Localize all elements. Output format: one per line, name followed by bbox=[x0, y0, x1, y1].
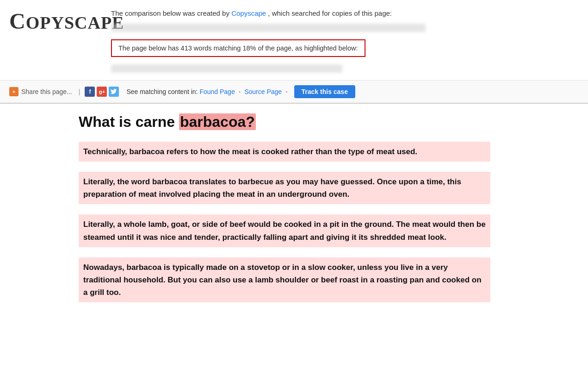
share-page-link[interactable]: Share this page... bbox=[21, 88, 72, 95]
paragraph-2: Literally, the word barbacoa translates … bbox=[79, 172, 490, 204]
paragraph-3: Literally, a whole lamb, goat, or side o… bbox=[79, 214, 490, 247]
copyscape-logo: COPYSCAPE bbox=[9, 8, 102, 34]
content-area: The comparison below was created by Copy… bbox=[111, 8, 579, 75]
dash-separator-1: - bbox=[239, 88, 241, 95]
dash-separator-2: - bbox=[285, 88, 288, 95]
track-case-button[interactable]: Track this case bbox=[294, 85, 355, 98]
copyscape-link[interactable]: Copyscape bbox=[231, 9, 266, 17]
facebook-icon[interactable]: f bbox=[85, 87, 95, 97]
header-section: COPYSCAPE The comparison below was creat… bbox=[0, 0, 588, 80]
match-notification-text: The page below has 413 words matching 18… bbox=[118, 44, 358, 52]
twitter-svg bbox=[111, 89, 117, 94]
share-divider: | bbox=[79, 88, 80, 95]
share-plus-icon: + bbox=[9, 87, 19, 96]
source-page-link[interactable]: Source Page bbox=[244, 88, 282, 95]
main-content: What is carne barbacoa? Technically, bar… bbox=[0, 104, 509, 331]
paragraph-4: Nowadays, barbacoa is typically made on … bbox=[79, 257, 490, 303]
googleplus-icon[interactable]: g+ bbox=[97, 87, 107, 97]
share-bar: + Share this page... | f g+ See matching… bbox=[0, 80, 588, 104]
svg-text:g+: g+ bbox=[99, 89, 105, 94]
gplus-svg: g+ bbox=[99, 88, 105, 95]
paragraph-1-text: Technically, barbacoa refers to how the … bbox=[83, 145, 486, 158]
share-section: + Share this page... bbox=[9, 87, 72, 96]
comparison-description: The comparison below was created by Copy… bbox=[111, 8, 579, 19]
paragraph-4-text: Nowadays, barbacoa is typically made on … bbox=[83, 261, 486, 299]
match-notification-box: The page below has 413 words matching 18… bbox=[111, 39, 365, 57]
title-highlight: barbacoa? bbox=[179, 113, 256, 130]
found-page-link[interactable]: Found Page bbox=[199, 88, 235, 95]
paragraph-1: Technically, barbacoa refers to how the … bbox=[79, 142, 490, 162]
see-matching-section: See matching content in: Found Page - So… bbox=[126, 85, 355, 98]
logo-area: COPYSCAPE bbox=[9, 8, 102, 34]
paragraph-2-text: Literally, the word barbacoa translates … bbox=[83, 175, 486, 200]
blur-bar-2 bbox=[111, 64, 342, 73]
twitter-icon[interactable] bbox=[109, 87, 119, 97]
article-title: What is carne barbacoa? bbox=[79, 113, 490, 131]
paragraph-3-text: Literally, a whole lamb, goat, or side o… bbox=[83, 218, 486, 243]
blur-bar-1 bbox=[111, 24, 426, 32]
